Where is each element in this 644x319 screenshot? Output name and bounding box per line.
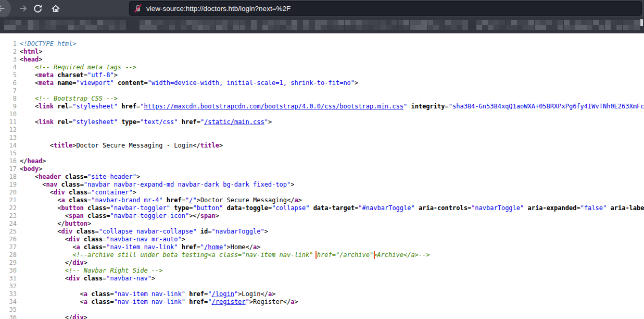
home-button[interactable] [51,4,60,13]
redacted-bookmark-block [386,20,392,30]
source-link[interactable]: /login [212,290,234,298]
redacted-bookmark-block [62,20,68,30]
redacted-bookmark-block [575,20,581,30]
redacted-bookmark-block [535,20,540,30]
source-line: 8 <!-- Bootstrap CSS --> [0,95,644,103]
redacted-bookmark-block [274,20,280,30]
redacted-bookmark-block [611,20,616,30]
source-line: 20 <div class="container"> [0,189,644,197]
line-number: 33 [0,290,20,298]
redacted-bookmark-block [315,20,321,30]
redacted-bookmark-block [457,20,462,30]
redacted-bookmark-block [523,20,528,30]
line-number: 19 [0,181,20,189]
source-line: 21 <a class="navbar-brand mr-4" href="/"… [0,197,644,204]
back-button[interactable] [0,0,11,17]
redacted-bookmark-block [356,20,362,30]
source-line: 17<body> [0,165,644,173]
redacted-bookmark-block [482,20,488,30]
line-number: 11 [0,118,20,126]
redacted-bookmark-block [85,20,91,30]
redacted-bookmark-block [286,20,292,30]
redacted-bookmark-block [198,20,204,30]
redacted-bookmark-block [103,20,109,30]
line-number: 35 [0,306,20,314]
redacted-bookmark-block [433,20,439,30]
redacted-bookmark-block [33,20,39,30]
redacted-bookmark-block [476,20,482,30]
redacted-bookmark-block [570,20,575,30]
source-line: 33 <a class="nav-item nav-link" href="/l… [0,290,644,298]
redacted-bookmark-block [517,20,523,30]
redacted-bookmark-block [120,20,126,30]
redacted-bookmark-block [280,20,286,30]
redacted-bookmark-block [488,20,494,30]
line-number: 18 [0,173,20,181]
redacted-bookmark-block [587,20,592,30]
redacted-bookmark-block [392,20,397,30]
source-line: 10 [0,111,644,118]
source-line: 22 <button class="navbar-toggler" type="… [0,204,644,212]
bookmarks-bar[interactable] [0,17,644,33]
source-link[interactable]: https://maxcdn.bootstrapcdn.com/bootstra… [144,103,404,110]
redacted-bookmark-block [10,20,16,30]
source-link[interactable]: /register [212,298,246,305]
line-number: 32 [0,283,20,290]
source-link[interactable]: /home [204,243,223,251]
view-source-content: 1<!DOCTYPE html>2<html>3<head>4 <!-- Req… [0,33,644,319]
line-number: 34 [0,298,20,306]
redacted-bookmark-block [494,20,499,30]
source-line: 3<head> [0,56,644,64]
arrow-left-icon [0,4,6,13]
source-line: 15 [0,150,644,157]
line-number: 36 [0,314,20,319]
redacted-bookmark-block [210,20,216,30]
source-line: 24 </button> [0,220,644,228]
line-number: 20 [0,189,20,197]
line-number: 26 [0,236,20,243]
redacted-bookmark-block [540,20,546,30]
source-line: 23 <span class="navbar-toggler-icon"></s… [0,212,644,220]
line-number: 2 [0,48,20,56]
url-text[interactable]: view-source:http://doctors.htb/login?nex… [146,5,291,13]
redacted-bookmark-block [245,20,251,30]
redacted-bookmark-block [16,20,21,30]
redacted-bookmark-block [251,20,257,30]
source-link[interactable]: /static/main.css [204,118,264,126]
url-bar[interactable]: view-source:http://doctors.htb/login?nex… [129,1,642,16]
redacted-bookmark-block [410,20,415,30]
source-line: 16</head> [0,157,644,165]
arrow-right-icon [19,4,28,13]
redacted-bookmark-block [140,20,145,30]
reload-icon [33,4,42,13]
redacted-bookmark-block [39,20,45,30]
insecure-lock-slash-icon[interactable] [134,4,142,13]
redacted-bookmark-block [368,20,374,30]
home-icon [51,4,60,13]
line-number: 30 [0,267,20,275]
redacted-bookmark-block [599,20,604,30]
source-line: 34 <a class="nav-item nav-link" href="/r… [0,298,644,306]
redacted-bookmark-block [4,20,10,30]
source-line: 28 <!--archive still under beta testing<… [0,251,644,259]
source-line: 27 <a class="nav-item nav-link" href="/h… [0,243,644,251]
redacted-bookmark-block [303,20,309,30]
redacted-bookmark-block [439,20,445,30]
source-line: 6 <meta name="viewport" content="width=d… [0,79,644,87]
redacted-bookmark-block [222,20,228,30]
redacted-bookmark-block [350,20,356,30]
line-number: 14 [0,142,20,150]
redacted-bookmark-block [181,20,186,30]
redacted-bookmark-block [204,20,210,30]
redacted-bookmark-block [398,20,403,30]
source-line: 36 </div> [0,314,644,319]
source-line: 19 <nav class="navbar navbar-expand-md n… [0,181,644,189]
redacted-bookmark-block [239,20,245,30]
line-number: 22 [0,204,20,212]
forward-button[interactable] [19,4,28,13]
redacted-bookmark-block [623,20,628,30]
line-number: 6 [0,79,20,87]
redacted-bookmark-block [345,20,350,30]
archive-href-highlight-box: href="/archive" [317,251,373,259]
reload-button[interactable] [33,4,42,13]
